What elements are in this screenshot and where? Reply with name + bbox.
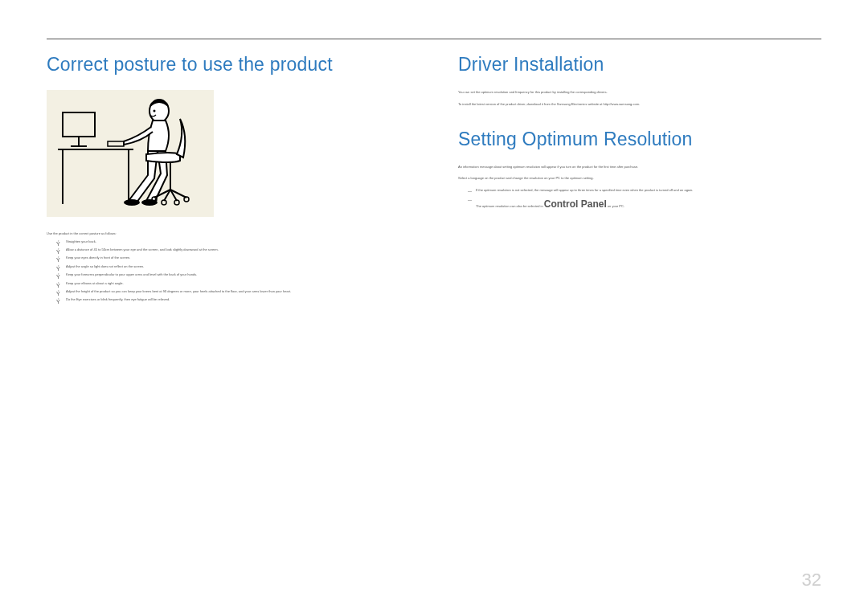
svg-point-10: [124, 199, 140, 206]
page-number: 32: [802, 570, 821, 591]
posture-bullet: Keep your elbows at about a right angle.: [56, 281, 410, 286]
posture-bullet: Keep your eyes directly in front of the …: [56, 255, 410, 260]
note-text-suffix: on your PC.: [607, 204, 624, 208]
posture-bullet: Keep your forearms perpendicular to your…: [56, 272, 410, 277]
resolution-note: The optimum resolution can also be selec…: [468, 197, 821, 212]
heading-driver: Driver Installation: [458, 54, 821, 76]
heading-posture: Correct posture to use the product: [47, 54, 410, 76]
posture-intro: Use the product in the correct posture a…: [47, 231, 410, 236]
left-column: Correct posture to use the product: [47, 54, 410, 306]
top-divider: [47, 39, 821, 39]
posture-illustration: [47, 90, 214, 217]
posture-bullets: Straighten your back. Allow a distance o…: [47, 239, 410, 303]
posture-bullet: Adjust the height of the product so you …: [56, 289, 410, 294]
driver-para: To install the latest version of the pro…: [458, 102, 821, 108]
resolution-para: An information message about setting opt…: [458, 165, 821, 170]
posture-bullet: Allow a distance of 45 to 50cm between y…: [56, 247, 410, 252]
resolution-para: Select a language on the product and cha…: [458, 176, 821, 182]
columns-container: Correct posture to use the product: [47, 54, 821, 306]
resolution-notes: If the optimum resolution is not selecte…: [458, 188, 821, 212]
posture-svg: [51, 95, 209, 212]
posture-bullet: Adjust the angle so light does not refle…: [56, 264, 410, 269]
posture-bullet: Do the Eye exercises or blink frequently…: [56, 297, 410, 302]
svg-point-11: [141, 199, 158, 206]
heading-resolution: Setting Optimum Resolution: [458, 129, 821, 150]
control-panel-term: Control Panel: [544, 198, 607, 210]
manual-page: Correct posture to use the product: [0, 0, 868, 613]
driver-para: You can set the optimum resolution and f…: [458, 90, 821, 96]
right-column: Driver Installation You can set the opti…: [458, 54, 821, 306]
posture-bullet: Straighten your back.: [56, 239, 410, 244]
note-text-prefix: The optimum resolution can also be selec…: [476, 204, 544, 208]
svg-point-8: [154, 110, 156, 112]
resolution-note: If the optimum resolution is not selecte…: [468, 188, 821, 193]
